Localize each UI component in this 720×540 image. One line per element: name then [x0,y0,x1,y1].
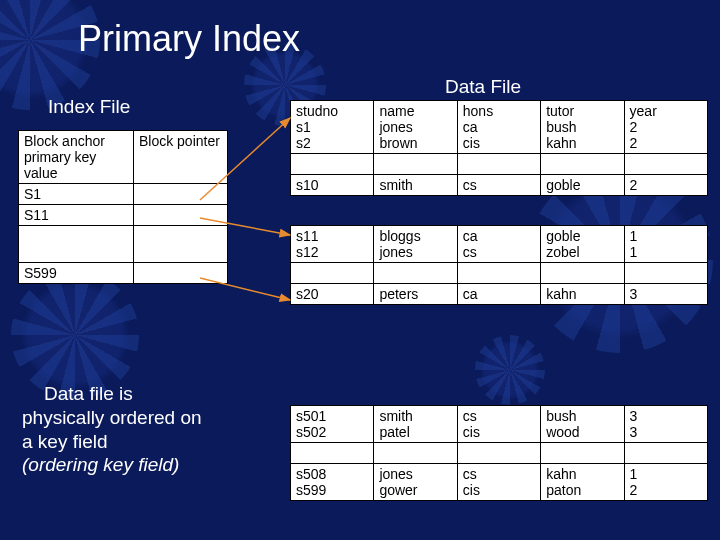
cell: 3 [624,284,707,305]
table-row: s20 peters ca kahn 3 [291,284,708,305]
cell: cacs [457,226,540,263]
cell: S1 [19,184,134,205]
gap-cell [133,226,227,263]
index-file-label: Index File [48,96,130,118]
cell: smithpatel [374,406,457,443]
cell: 12 [624,464,707,501]
cell: cs [457,175,540,196]
cell: s508s599 [291,464,374,501]
cell: s501s502 [291,406,374,443]
cell: s10 [291,175,374,196]
cell: 33 [624,406,707,443]
gap-row [291,443,708,464]
page-title: Primary Index [78,18,300,60]
cell: S599 [19,263,134,284]
col-studno: studnos1s2 [291,101,374,154]
cell [133,184,227,205]
cell: S11 [19,205,134,226]
cell: 2 [624,175,707,196]
cell: kahn [541,284,624,305]
index-header-key: Block anchor primary key value [19,131,134,184]
cell: 11 [624,226,707,263]
data-block-1: studnos1s2 namejonesbrown honscacis tuto… [290,100,708,196]
cell: kahnpaton [541,464,624,501]
table-row [19,226,228,263]
gap-row [291,263,708,284]
cell: cscis [457,406,540,443]
col-name: namejonesbrown [374,101,457,154]
table-row: s508s599 jonesgower cscis kahnpaton 12 [291,464,708,501]
table-row: S599 [19,263,228,284]
cell: goble [541,175,624,196]
col-tutor: tutorbushkahn [541,101,624,154]
cell: peters [374,284,457,305]
data-block-2: s11s12 bloggsjones cacs goblezobel 11 s2… [290,225,708,305]
index-file-table: Block anchor primary key value Block poi… [18,130,228,284]
gap-row [291,154,708,175]
cell: s11s12 [291,226,374,263]
cell: goblezobel [541,226,624,263]
table-row: s10 smith cs goble 2 [291,175,708,196]
gap-cell [19,226,134,263]
table-row: s501s502 smithpatel cscis bushwood 33 [291,406,708,443]
table-row: S1 [19,184,228,205]
cell: smith [374,175,457,196]
index-header-ptr: Block pointer [133,131,227,184]
table-row: S11 [19,205,228,226]
table-row: s11s12 bloggsjones cacs goblezobel 11 [291,226,708,263]
cell [133,263,227,284]
col-hons: honscacis [457,101,540,154]
data-file-label: Data File [445,76,521,98]
col-year: year22 [624,101,707,154]
cell [133,205,227,226]
cell: cscis [457,464,540,501]
cell: bloggsjones [374,226,457,263]
cell: bushwood [541,406,624,443]
cell: s20 [291,284,374,305]
cell: ca [457,284,540,305]
cell: jonesgower [374,464,457,501]
table-row: Block anchor primary key value Block poi… [19,131,228,184]
table-row: studnos1s2 namejonesbrown honscacis tuto… [291,101,708,154]
caption-text: Data file is physically ordered on a key… [22,382,242,477]
data-block-3: s501s502 smithpatel cscis bushwood 33 s5… [290,405,708,501]
